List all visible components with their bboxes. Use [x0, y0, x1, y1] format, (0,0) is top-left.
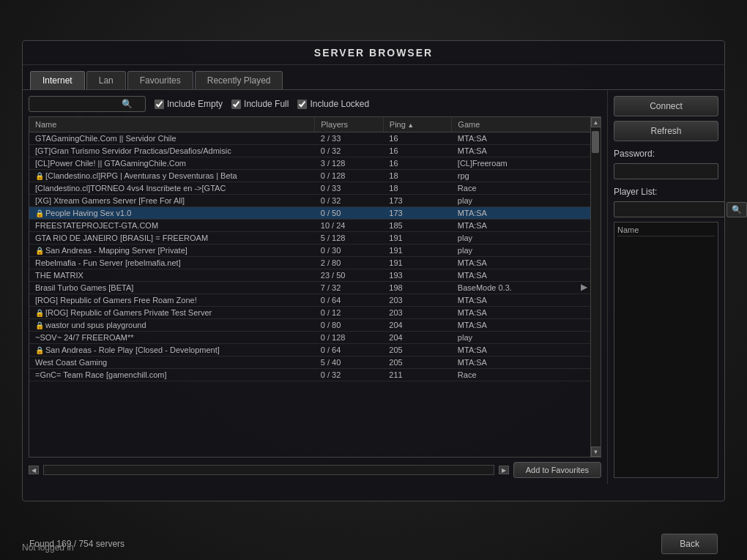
scroll-down-btn[interactable]: ▼: [591, 447, 601, 457]
table-row[interactable]: 🔒People Having Sex v1.00 / 50173MTA:SA: [29, 207, 601, 220]
server-game: play: [452, 244, 601, 257]
back-button[interactable]: Back: [661, 534, 718, 554]
server-ping: 18: [383, 170, 452, 182]
include-empty-label[interactable]: Include Empty: [155, 99, 223, 109]
table-row[interactable]: Rebelmafia - Fun Server [rebelmafia.net]…: [29, 257, 601, 269]
server-game: MTA:SA: [452, 132, 601, 145]
table-row[interactable]: 🔒[Clandestino.cl]RPG | Aventuras y Desve…: [29, 170, 601, 182]
window-title: SERVER BROWSER: [23, 41, 724, 65]
vertical-scrollbar[interactable]: ▲ ▼: [590, 117, 601, 457]
server-players: 0 / 32: [315, 145, 384, 157]
scroll-left-btn[interactable]: ◀: [29, 466, 39, 474]
server-name: [CL]Power Chile! || GTAGamingChile.Com: [29, 157, 315, 170]
table-row[interactable]: 🔒San Andreas - Mapping Server [Private]0…: [29, 244, 601, 257]
horizontal-scrollbar[interactable]: [43, 465, 494, 475]
server-name: 🔒People Having Sex v1.0: [29, 207, 315, 220]
table-row[interactable]: [GT]Gran Turismo Servidor Practicas/Desa…: [29, 145, 601, 157]
include-full-label[interactable]: Include Full: [231, 99, 289, 109]
table-row[interactable]: THE MATRIX23 / 50193MTA:SA: [29, 269, 601, 282]
server-players: 0 / 30: [315, 244, 384, 257]
col-header-ping[interactable]: Ping: [383, 117, 452, 132]
table-row[interactable]: FREESTATEPROJECT-GTA.COM10 / 24185MTA:SA: [29, 220, 601, 232]
scroll-right-btn[interactable]: ▶: [499, 466, 509, 474]
lock-icon: 🔒: [35, 247, 44, 255]
tab-lan[interactable]: Lan: [86, 71, 126, 89]
server-name: [Clandestino.cl]TORNEO 4vs4 Inscribete e…: [29, 182, 315, 195]
tab-internet[interactable]: Internet: [30, 71, 85, 89]
server-ping: 205: [383, 356, 452, 369]
include-empty-checkbox[interactable]: [155, 100, 164, 109]
refresh-button[interactable]: Refresh: [614, 121, 718, 141]
server-players: 0 / 80: [315, 319, 384, 332]
server-ping: 18: [383, 182, 452, 195]
player-search-row: 🔍: [614, 201, 718, 217]
server-game: MTA:SA: [452, 257, 601, 269]
scroll-track: [591, 127, 601, 447]
server-game: play: [452, 232, 601, 244]
lock-icon: 🔒: [35, 321, 44, 329]
player-list-box: Name: [614, 222, 718, 478]
server-game: MTA:SA: [452, 220, 601, 232]
lock-icon: 🔒: [35, 172, 44, 180]
server-players: 5 / 128: [315, 232, 384, 244]
bottom-bar: ◀ ▶ Add to Favourites: [29, 462, 601, 478]
server-name: West Coast Gaming: [29, 356, 315, 369]
server-ping: 204: [383, 332, 452, 344]
password-input[interactable]: [614, 163, 718, 179]
table-row[interactable]: [ROG] Republic of Gamers Free Roam Zone!…: [29, 294, 601, 307]
server-players: 10 / 24: [315, 220, 384, 232]
col-header-name[interactable]: Name: [29, 117, 315, 132]
table-row[interactable]: ~SOV~ 24/7 FREEROAM**0 / 128204play: [29, 332, 601, 344]
include-locked-checkbox[interactable]: [297, 100, 307, 109]
server-players: 0 / 128: [315, 170, 384, 182]
tab-favourites[interactable]: Favourites: [127, 71, 193, 89]
table-row[interactable]: [CL]Power Chile! || GTAGamingChile.Com3 …: [29, 157, 601, 170]
server-name: 🔒San Andreas - Mapping Server [Private]: [29, 244, 315, 257]
table-row[interactable]: 🔒wastor und spus playground0 / 80204MTA:…: [29, 319, 601, 332]
server-name: [ROG] Republic of Gamers Free Roam Zone!: [29, 294, 315, 307]
server-game: Race: [452, 369, 601, 381]
table-row[interactable]: 🔒[ROG] Republic of Gamers Private Test S…: [29, 307, 601, 319]
server-name: ~SOV~ 24/7 FREEROAM**: [29, 332, 315, 344]
server-name: 🔒[ROG] Republic of Gamers Private Test S…: [29, 307, 315, 319]
col-header-game[interactable]: Game: [452, 117, 601, 132]
server-ping: 203: [383, 307, 452, 319]
server-name: [XG] Xtream Gamers Server [Free For All]: [29, 195, 315, 207]
include-locked-label[interactable]: Include Locked: [297, 99, 369, 109]
table-row[interactable]: [Clandestino.cl]TORNEO 4vs4 Inscribete e…: [29, 182, 601, 195]
table-row[interactable]: Brasil Turbo Games [BETA]7 / 32198BaseMo…: [29, 282, 601, 294]
col-header-players[interactable]: Players: [315, 117, 384, 132]
server-ping: 193: [383, 269, 452, 282]
table-row[interactable]: =GnC= Team Race [gamenchill.com]0 / 3221…: [29, 369, 601, 381]
table-row[interactable]: GTAGamingChile.Com || Servidor Chile2 / …: [29, 132, 601, 145]
server-game: MTA:SA: [452, 207, 601, 220]
table-row[interactable]: 🔒San Andreas - Role Play [Closed - Devel…: [29, 344, 601, 356]
player-search-input[interactable]: [614, 201, 725, 217]
server-players: 3 / 128: [315, 157, 384, 170]
scroll-up-btn[interactable]: ▲: [591, 117, 601, 127]
lock-icon: 🔒: [35, 309, 44, 317]
table-row[interactable]: [XG] Xtream Gamers Server [Free For All]…: [29, 195, 601, 207]
tab-recently-played[interactable]: Recently Played: [195, 71, 283, 89]
add-favourites-button[interactable]: Add to Favourites: [513, 462, 601, 478]
lock-icon: 🔒: [35, 209, 44, 217]
player-search-button[interactable]: 🔍: [726, 202, 747, 217]
server-players: 0 / 128: [315, 332, 384, 344]
server-ping: 204: [383, 319, 452, 332]
connect-button[interactable]: Connect: [614, 96, 718, 116]
server-game: MTA:SA: [452, 319, 601, 332]
server-game: Race: [452, 182, 601, 195]
server-name: Rebelmafia - Fun Server [rebelmafia.net]: [29, 257, 315, 269]
server-game: MTA:SA: [452, 269, 601, 282]
server-ping: 16: [383, 132, 452, 145]
table-row[interactable]: West Coast Gaming5 / 40205MTA:SA: [29, 356, 601, 369]
tab-bar: Internet Lan Favourites Recently Played: [23, 65, 724, 90]
scroll-thumb[interactable]: [592, 131, 599, 153]
search-input[interactable]: [34, 100, 122, 108]
server-players: 0 / 33: [315, 182, 384, 195]
table-row[interactable]: GTA RIO DE JANEIRO [BRASIL] = FREEROAM5 …: [29, 232, 601, 244]
side-arrow: ▶: [581, 282, 587, 292]
server-name: =GnC= Team Race [gamenchill.com]: [29, 369, 315, 381]
password-label: Password:: [614, 149, 718, 159]
include-full-checkbox[interactable]: [231, 100, 241, 109]
